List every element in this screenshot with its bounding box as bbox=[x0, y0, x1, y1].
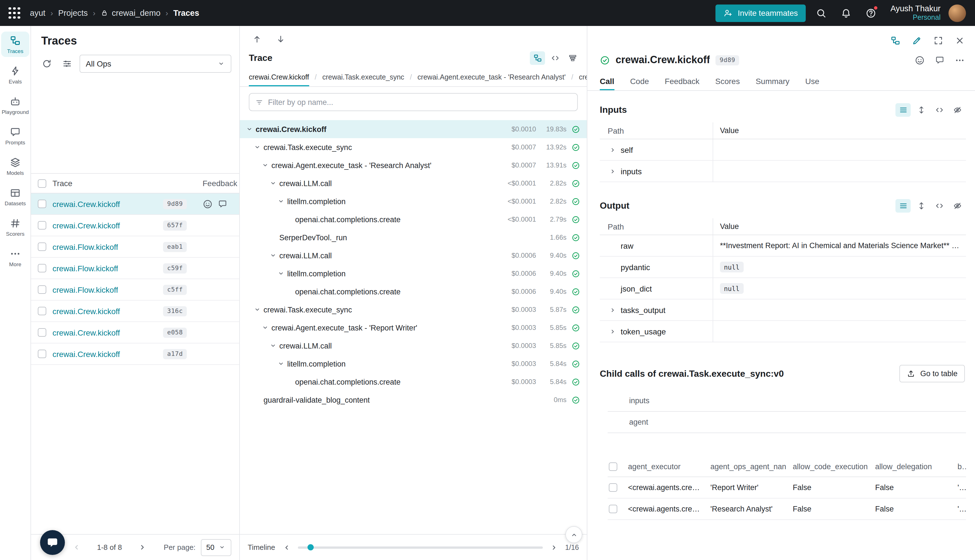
stack-tab[interactable]: crewai.Crew.kickoff bbox=[249, 68, 309, 86]
chevron-down-icon[interactable] bbox=[268, 250, 278, 260]
tree-row[interactable]: crewai.LLM.call $0.0003 5.85s bbox=[240, 337, 587, 355]
table-row[interactable]: crewai.Flow.kickoff c59f bbox=[31, 258, 239, 279]
kv-row[interactable]: tasks_output bbox=[600, 300, 966, 321]
sidebar-item-prompts[interactable]: Prompts bbox=[1, 123, 29, 148]
view-code-button[interactable] bbox=[932, 103, 947, 117]
stack-tab[interactable]: crewai.Task.execute_sync bbox=[322, 68, 404, 86]
tab-code[interactable]: Code bbox=[630, 72, 649, 90]
chevron-down-icon[interactable] bbox=[260, 160, 270, 170]
tab-feedback[interactable]: Feedback bbox=[664, 72, 700, 90]
tree-row[interactable]: crewai.Task.execute_sync $0.0003 5.87s bbox=[240, 301, 587, 318]
row-checkbox[interactable] bbox=[38, 264, 46, 272]
filter-settings-button[interactable] bbox=[59, 56, 75, 72]
timeline-prev-button[interactable] bbox=[282, 543, 291, 552]
fullscreen-button[interactable] bbox=[933, 35, 943, 46]
add-reaction-button[interactable] bbox=[915, 55, 925, 65]
timeline-next-button[interactable] bbox=[549, 543, 558, 552]
notifications-button[interactable] bbox=[836, 3, 855, 23]
tab-scores[interactable]: Scores bbox=[715, 72, 740, 90]
nav-down-button[interactable] bbox=[272, 31, 288, 47]
table-row[interactable]: <crewai.agents.cre… 'Research Analyst' F… bbox=[608, 498, 966, 520]
wandb-logo[interactable] bbox=[8, 7, 21, 20]
chevron-right-icon[interactable] bbox=[608, 146, 618, 154]
tab-use[interactable]: Use bbox=[805, 72, 819, 90]
view-list-button[interactable] bbox=[895, 103, 911, 117]
ops-filter-select[interactable]: All Ops bbox=[80, 55, 231, 73]
chevron-down-icon[interactable] bbox=[276, 359, 286, 369]
flame-view-toggle[interactable] bbox=[565, 51, 580, 65]
table-row[interactable]: crewai.Crew.kickoff 657f bbox=[31, 215, 239, 236]
chevron-right-icon[interactable] bbox=[608, 167, 618, 175]
chevron-right-icon[interactable] bbox=[608, 327, 618, 335]
chevron-down-icon[interactable] bbox=[268, 178, 278, 188]
user-menu[interactable]: Ayush Thakur Personal bbox=[890, 4, 941, 22]
tree-row[interactable]: openai.chat.completions.create $0.0003 5… bbox=[240, 373, 587, 391]
tree-row[interactable]: openai.chat.completions.create $0.0006 9… bbox=[240, 283, 587, 301]
select-all-checkbox[interactable] bbox=[609, 462, 617, 471]
hide-values-button[interactable] bbox=[950, 199, 965, 213]
chevron-down-icon[interactable] bbox=[276, 268, 286, 278]
tree-row[interactable]: openai.chat.completions.create <$0.0001 … bbox=[240, 210, 587, 228]
tree-row[interactable]: crewai.Crew.kickoff $0.0010 19.83s bbox=[240, 120, 587, 138]
row-checkbox[interactable] bbox=[609, 483, 617, 492]
row-checkbox[interactable] bbox=[38, 350, 46, 358]
breadcrumb-project[interactable]: crewai_demo bbox=[100, 8, 160, 17]
chevron-right-icon[interactable] bbox=[608, 306, 618, 314]
edit-button[interactable] bbox=[912, 35, 922, 46]
user-avatar[interactable] bbox=[948, 4, 966, 22]
prev-page-button[interactable] bbox=[72, 543, 81, 552]
row-checkbox[interactable] bbox=[38, 242, 46, 251]
tree-row[interactable]: crewai.Agent.execute_task - 'Report Writ… bbox=[240, 318, 587, 337]
trace-name-link[interactable]: crewai.Flow.kickoff bbox=[52, 263, 118, 273]
sidebar-item-evals[interactable]: Evals bbox=[1, 62, 29, 87]
tree-row[interactable]: crewai.Task.execute_sync $0.0007 13.92s bbox=[240, 138, 587, 156]
breadcrumb-entity[interactable]: ayut bbox=[30, 8, 45, 17]
sidebar-item-playground[interactable]: Playground bbox=[1, 92, 29, 118]
op-name-filter-input[interactable] bbox=[268, 98, 571, 106]
row-checkbox[interactable] bbox=[38, 221, 46, 230]
tab-call[interactable]: Call bbox=[600, 72, 614, 90]
tree-row[interactable]: litellm.completion $0.0006 9.40s bbox=[240, 265, 587, 283]
expand-all-button[interactable] bbox=[913, 103, 929, 117]
feedback-comment-icon[interactable] bbox=[218, 199, 227, 209]
trace-name-link[interactable]: crewai.Crew.kickoff bbox=[52, 307, 120, 315]
sidebar-item-scorers[interactable]: Scorers bbox=[1, 214, 29, 240]
table-row[interactable]: <crewai.agents.cre… 'Report Writer' Fals… bbox=[608, 477, 966, 498]
chevron-down-icon[interactable] bbox=[276, 196, 286, 207]
trace-name-link[interactable]: crewai.Crew.kickoff bbox=[52, 221, 120, 230]
support-chat-button[interactable] bbox=[40, 530, 65, 555]
tree-row[interactable]: guardrail-validate_blog_content 0ms bbox=[240, 391, 587, 409]
trace-name-link[interactable]: crewai.Flow.kickoff bbox=[52, 285, 118, 294]
chevron-down-icon[interactable] bbox=[260, 323, 270, 333]
kv-row[interactable]: self bbox=[600, 139, 966, 161]
tree-row[interactable]: crewai.Agent.execute_task - 'Research An… bbox=[240, 156, 587, 174]
hide-values-button[interactable] bbox=[950, 103, 965, 117]
chevron-down-icon[interactable] bbox=[244, 124, 254, 134]
sidebar-item-models[interactable]: Models bbox=[1, 153, 29, 179]
table-row[interactable]: crewai.Flow.kickoff c5ff bbox=[31, 279, 239, 301]
kv-row[interactable]: inputs bbox=[600, 161, 966, 182]
search-button[interactable] bbox=[811, 3, 831, 23]
kv-row[interactable]: raw **Investment Report: AI in Chemical … bbox=[600, 235, 966, 257]
refresh-button[interactable] bbox=[39, 56, 55, 72]
select-all-checkbox[interactable] bbox=[38, 179, 46, 188]
comment-button[interactable] bbox=[935, 55, 945, 65]
tab-summary[interactable]: Summary bbox=[756, 72, 790, 90]
kv-row[interactable]: token_usage bbox=[600, 321, 966, 342]
trace-name-link[interactable]: crewai.Crew.kickoff bbox=[52, 199, 120, 208]
tree-view-button[interactable] bbox=[890, 35, 900, 46]
sidebar-item-more[interactable]: More bbox=[1, 245, 29, 270]
tree-row[interactable]: SerperDevTool._run 1.66s bbox=[240, 228, 587, 247]
kv-row[interactable]: json_dict null bbox=[600, 278, 966, 300]
expand-all-button[interactable] bbox=[913, 199, 929, 213]
row-checkbox[interactable] bbox=[38, 307, 46, 315]
table-row[interactable]: crewai.Crew.kickoff e058 bbox=[31, 322, 239, 343]
sidebar-item-datasets[interactable]: Datasets bbox=[1, 184, 29, 209]
overflow-menu-button[interactable] bbox=[955, 55, 965, 65]
code-view-toggle[interactable] bbox=[547, 51, 563, 65]
timeline-slider[interactable] bbox=[298, 546, 543, 548]
collapse-panel-button[interactable] bbox=[565, 526, 582, 543]
tree-row[interactable]: crewai.LLM.call $0.0006 9.40s bbox=[240, 247, 587, 265]
tree-row[interactable]: litellm.completion <$0.0001 2.82s bbox=[240, 192, 587, 210]
table-row[interactable]: crewai.Crew.kickoff a17d bbox=[31, 343, 239, 365]
